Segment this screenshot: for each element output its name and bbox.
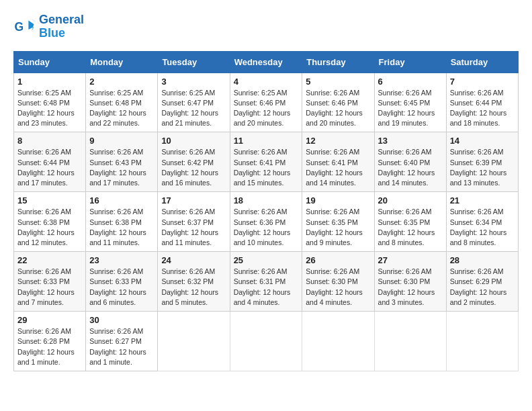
- day-number: 28: [450, 255, 515, 265]
- day-number: 4: [234, 77, 299, 87]
- calendar-cell-4: 4 Sunrise: 6:25 AM Sunset: 6:46 PM Dayli…: [230, 73, 302, 132]
- day-number: 3: [161, 77, 226, 87]
- calendar-cell-15: 15 Sunrise: 6:26 AM Sunset: 6:38 PM Dayl…: [14, 192, 86, 252]
- column-header-thursday: Thursday: [302, 51, 374, 73]
- calendar-cell-24: 24 Sunrise: 6:26 AM Sunset: 6:32 PM Dayl…: [158, 252, 230, 312]
- calendar-cell-20: 20 Sunrise: 6:26 AM Sunset: 6:35 PM Dayl…: [374, 192, 446, 252]
- calendar-cell-13: 13 Sunrise: 6:26 AM Sunset: 6:40 PM Dayl…: [374, 132, 446, 192]
- calendar-cell-10: 10 Sunrise: 6:26 AM Sunset: 6:42 PM Dayl…: [158, 132, 230, 192]
- day-info: Sunrise: 6:26 AM Sunset: 6:44 PM Dayligh…: [17, 147, 82, 188]
- day-info: Sunrise: 6:26 AM Sunset: 6:42 PM Dayligh…: [161, 147, 226, 188]
- day-number: 6: [378, 77, 443, 87]
- day-info: Sunrise: 6:26 AM Sunset: 6:44 PM Dayligh…: [450, 88, 515, 129]
- page-header: G General Blue: [13, 13, 519, 40]
- column-header-tuesday: Tuesday: [158, 51, 230, 73]
- day-number: 25: [234, 255, 299, 265]
- day-number: 18: [234, 195, 299, 205]
- empty-cell: [446, 312, 518, 371]
- calendar-cell-21: 21 Sunrise: 6:26 AM Sunset: 6:34 PM Dayl…: [446, 192, 518, 252]
- day-number: 12: [306, 136, 370, 146]
- day-info: Sunrise: 6:25 AM Sunset: 6:48 PM Dayligh…: [89, 88, 154, 129]
- day-number: 15: [17, 195, 82, 205]
- calendar-cell-23: 23 Sunrise: 6:26 AM Sunset: 6:33 PM Dayl…: [86, 252, 158, 312]
- day-info: Sunrise: 6:26 AM Sunset: 6:35 PM Dayligh…: [378, 207, 443, 248]
- day-info: Sunrise: 6:26 AM Sunset: 6:43 PM Dayligh…: [89, 147, 154, 188]
- svg-text:G: G: [15, 20, 24, 34]
- day-number: 2: [89, 77, 154, 87]
- calendar-cell-17: 17 Sunrise: 6:26 AM Sunset: 6:37 PM Dayl…: [158, 192, 230, 252]
- day-number: 29: [17, 315, 82, 325]
- day-info: Sunrise: 6:26 AM Sunset: 6:46 PM Dayligh…: [306, 88, 370, 129]
- calendar-cell-27: 27 Sunrise: 6:26 AM Sunset: 6:30 PM Dayl…: [374, 252, 446, 312]
- calendar-cell-28: 28 Sunrise: 6:26 AM Sunset: 6:29 PM Dayl…: [446, 252, 518, 312]
- day-info: Sunrise: 6:26 AM Sunset: 6:27 PM Dayligh…: [89, 326, 154, 367]
- day-info: Sunrise: 6:26 AM Sunset: 6:38 PM Dayligh…: [89, 207, 154, 248]
- calendar-table: SundayMondayTuesdayWednesdayThursdayFrid…: [13, 51, 519, 371]
- logo-icon: G: [13, 16, 35, 38]
- day-number: 14: [450, 136, 515, 146]
- day-number: 8: [17, 136, 82, 146]
- day-number: 21: [450, 195, 515, 205]
- day-number: 11: [234, 136, 299, 146]
- empty-cell: [158, 312, 230, 371]
- calendar-cell-8: 8 Sunrise: 6:26 AM Sunset: 6:44 PM Dayli…: [14, 132, 86, 192]
- calendar-cell-3: 3 Sunrise: 6:25 AM Sunset: 6:47 PM Dayli…: [158, 73, 230, 132]
- day-info: Sunrise: 6:26 AM Sunset: 6:30 PM Dayligh…: [378, 267, 443, 308]
- day-number: 26: [306, 255, 370, 265]
- day-number: 27: [378, 255, 443, 265]
- day-info: Sunrise: 6:25 AM Sunset: 6:48 PM Dayligh…: [17, 88, 82, 129]
- day-info: Sunrise: 6:26 AM Sunset: 6:37 PM Dayligh…: [161, 207, 226, 248]
- day-number: 7: [450, 77, 515, 87]
- calendar-cell-19: 19 Sunrise: 6:26 AM Sunset: 6:35 PM Dayl…: [302, 192, 374, 252]
- day-info: Sunrise: 6:26 AM Sunset: 6:36 PM Dayligh…: [234, 207, 299, 248]
- day-info: Sunrise: 6:26 AM Sunset: 6:39 PM Dayligh…: [450, 147, 515, 188]
- day-info: Sunrise: 6:26 AM Sunset: 6:29 PM Dayligh…: [450, 267, 515, 308]
- logo: G General Blue: [13, 13, 84, 40]
- column-header-wednesday: Wednesday: [230, 51, 302, 73]
- column-header-monday: Monday: [86, 51, 158, 73]
- column-header-friday: Friday: [374, 51, 446, 73]
- day-info: Sunrise: 6:26 AM Sunset: 6:33 PM Dayligh…: [89, 267, 154, 308]
- day-number: 22: [17, 255, 82, 265]
- day-info: Sunrise: 6:25 AM Sunset: 6:46 PM Dayligh…: [234, 88, 299, 129]
- calendar-cell-7: 7 Sunrise: 6:26 AM Sunset: 6:44 PM Dayli…: [446, 73, 518, 132]
- day-info: Sunrise: 6:26 AM Sunset: 6:31 PM Dayligh…: [234, 267, 299, 308]
- day-number: 13: [378, 136, 443, 146]
- day-info: Sunrise: 6:25 AM Sunset: 6:47 PM Dayligh…: [161, 88, 226, 129]
- svg-marker-1: [28, 20, 34, 31]
- day-number: 16: [89, 195, 154, 205]
- day-info: Sunrise: 6:26 AM Sunset: 6:41 PM Dayligh…: [306, 147, 370, 188]
- day-info: Sunrise: 6:26 AM Sunset: 6:33 PM Dayligh…: [17, 267, 82, 308]
- day-number: 24: [161, 255, 226, 265]
- day-number: 10: [161, 136, 226, 146]
- calendar-cell-25: 25 Sunrise: 6:26 AM Sunset: 6:31 PM Dayl…: [230, 252, 302, 312]
- calendar-cell-2: 2 Sunrise: 6:25 AM Sunset: 6:48 PM Dayli…: [86, 73, 158, 132]
- calendar-cell-26: 26 Sunrise: 6:26 AM Sunset: 6:30 PM Dayl…: [302, 252, 374, 312]
- logo-text: General Blue: [39, 13, 84, 40]
- day-number: 5: [306, 77, 370, 87]
- day-number: 1: [17, 77, 82, 87]
- day-info: Sunrise: 6:26 AM Sunset: 6:41 PM Dayligh…: [234, 147, 299, 188]
- calendar-cell-30: 30 Sunrise: 6:26 AM Sunset: 6:27 PM Dayl…: [86, 312, 158, 371]
- day-number: 17: [161, 195, 226, 205]
- calendar-cell-1: 1 Sunrise: 6:25 AM Sunset: 6:48 PM Dayli…: [14, 73, 86, 132]
- calendar-cell-5: 5 Sunrise: 6:26 AM Sunset: 6:46 PM Dayli…: [302, 73, 374, 132]
- calendar-cell-14: 14 Sunrise: 6:26 AM Sunset: 6:39 PM Dayl…: [446, 132, 518, 192]
- empty-cell: [230, 312, 302, 371]
- day-info: Sunrise: 6:26 AM Sunset: 6:30 PM Dayligh…: [306, 267, 370, 308]
- empty-cell: [302, 312, 374, 371]
- day-number: 19: [306, 195, 370, 205]
- calendar-cell-6: 6 Sunrise: 6:26 AM Sunset: 6:45 PM Dayli…: [374, 73, 446, 132]
- calendar-cell-22: 22 Sunrise: 6:26 AM Sunset: 6:33 PM Dayl…: [14, 252, 86, 312]
- day-info: Sunrise: 6:26 AM Sunset: 6:32 PM Dayligh…: [161, 267, 226, 308]
- day-number: 23: [89, 255, 154, 265]
- calendar-cell-16: 16 Sunrise: 6:26 AM Sunset: 6:38 PM Dayl…: [86, 192, 158, 252]
- day-info: Sunrise: 6:26 AM Sunset: 6:34 PM Dayligh…: [450, 207, 515, 248]
- svg-marker-2: [32, 19, 35, 23]
- calendar-cell-29: 29 Sunrise: 6:26 AM Sunset: 6:28 PM Dayl…: [14, 312, 86, 371]
- calendar-cell-9: 9 Sunrise: 6:26 AM Sunset: 6:43 PM Dayli…: [86, 132, 158, 192]
- day-info: Sunrise: 6:26 AM Sunset: 6:35 PM Dayligh…: [306, 207, 370, 248]
- column-header-sunday: Sunday: [14, 51, 86, 73]
- day-info: Sunrise: 6:26 AM Sunset: 6:45 PM Dayligh…: [378, 88, 443, 129]
- calendar-cell-11: 11 Sunrise: 6:26 AM Sunset: 6:41 PM Dayl…: [230, 132, 302, 192]
